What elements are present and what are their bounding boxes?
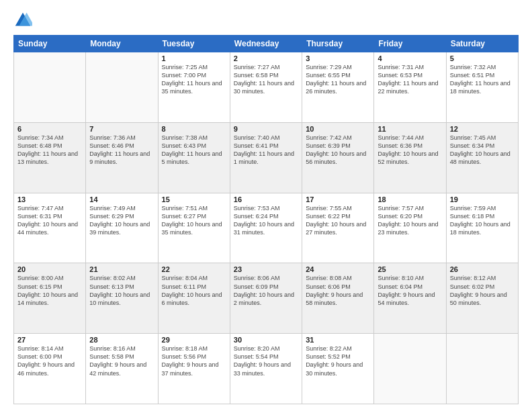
day-number: 29	[162, 336, 226, 344]
day-info: Sunrise: 7:34 AMSunset: 6:48 PMDaylight:…	[17, 134, 82, 167]
day-number: 5	[450, 54, 515, 62]
calendar-cell-1-4: 2Sunrise: 7:27 AMSunset: 6:58 PMDaylight…	[230, 52, 302, 123]
day-info: Sunrise: 8:18 AMSunset: 5:56 PMDaylight:…	[162, 345, 226, 377]
day-info: Sunrise: 7:36 AMSunset: 6:46 PMDaylight:…	[89, 134, 154, 167]
day-info: Sunrise: 7:45 AMSunset: 6:34 PMDaylight:…	[450, 134, 515, 167]
day-info: Sunrise: 8:22 AMSunset: 5:52 PMDaylight:…	[306, 345, 370, 377]
calendar-cell-4-2: 21Sunrise: 8:02 AMSunset: 6:13 PMDayligh…	[86, 263, 158, 334]
weekday-header-monday: Monday	[86, 36, 158, 52]
day-info: Sunrise: 7:59 AMSunset: 6:18 PMDaylight:…	[450, 204, 515, 237]
day-info: Sunrise: 7:25 AMSunset: 7:00 PMDaylight:…	[162, 63, 226, 96]
calendar-cell-4-5: 24Sunrise: 8:08 AMSunset: 6:06 PMDayligh…	[302, 263, 374, 334]
day-info: Sunrise: 7:51 AMSunset: 6:27 PMDaylight:…	[162, 204, 226, 237]
day-number: 17	[306, 195, 370, 203]
day-info: Sunrise: 8:12 AMSunset: 6:02 PMDaylight:…	[450, 274, 515, 307]
day-info: Sunrise: 8:14 AMSunset: 6:00 PMDaylight:…	[17, 345, 82, 377]
calendar-cell-4-1: 20Sunrise: 8:00 AMSunset: 6:15 PMDayligh…	[14, 263, 86, 334]
day-number: 21	[89, 265, 154, 273]
calendar-cell-5-3: 29Sunrise: 8:18 AMSunset: 5:56 PMDayligh…	[158, 334, 230, 404]
calendar-week-row-4: 20Sunrise: 8:00 AMSunset: 6:15 PMDayligh…	[14, 263, 519, 334]
calendar-week-row-1: 1Sunrise: 7:25 AMSunset: 7:00 PMDaylight…	[14, 52, 519, 123]
day-number: 25	[378, 265, 442, 273]
logo-icon	[13, 11, 32, 30]
calendar-cell-2-7: 12Sunrise: 7:45 AMSunset: 6:34 PMDayligh…	[446, 122, 518, 193]
day-number: 26	[450, 265, 515, 273]
day-info: Sunrise: 8:04 AMSunset: 6:11 PMDaylight:…	[162, 274, 226, 307]
day-number: 2	[234, 54, 298, 62]
calendar-cell-5-5: 31Sunrise: 8:22 AMSunset: 5:52 PMDayligh…	[302, 334, 374, 404]
day-info: Sunrise: 7:53 AMSunset: 6:24 PMDaylight:…	[234, 204, 298, 237]
day-number: 6	[17, 125, 82, 133]
day-number: 8	[162, 125, 226, 133]
calendar-cell-3-4: 16Sunrise: 7:53 AMSunset: 6:24 PMDayligh…	[230, 193, 302, 263]
day-info: Sunrise: 7:57 AMSunset: 6:20 PMDaylight:…	[378, 204, 442, 237]
calendar-cell-5-7	[446, 334, 518, 404]
calendar-cell-2-4: 9Sunrise: 7:40 AMSunset: 6:41 PMDaylight…	[230, 122, 302, 193]
calendar-cell-5-2: 28Sunrise: 8:16 AMSunset: 5:58 PMDayligh…	[86, 334, 158, 404]
calendar-cell-3-7: 19Sunrise: 7:59 AMSunset: 6:18 PMDayligh…	[446, 193, 518, 263]
day-info: Sunrise: 8:06 AMSunset: 6:09 PMDaylight:…	[234, 274, 298, 307]
day-number: 15	[162, 195, 226, 203]
day-info: Sunrise: 7:32 AMSunset: 6:51 PMDaylight:…	[450, 63, 515, 96]
day-info: Sunrise: 7:42 AMSunset: 6:39 PMDaylight:…	[306, 134, 370, 167]
calendar-cell-3-2: 14Sunrise: 7:49 AMSunset: 6:29 PMDayligh…	[86, 193, 158, 263]
calendar-cell-5-6	[374, 334, 446, 404]
day-number: 31	[306, 336, 370, 344]
calendar-cell-3-6: 18Sunrise: 7:57 AMSunset: 6:20 PMDayligh…	[374, 193, 446, 263]
weekday-header-friday: Friday	[374, 36, 446, 52]
day-number: 7	[89, 125, 154, 133]
calendar-cell-1-3: 1Sunrise: 7:25 AMSunset: 7:00 PMDaylight…	[158, 52, 230, 123]
weekday-header-tuesday: Tuesday	[158, 36, 230, 52]
day-number: 9	[234, 125, 298, 133]
calendar-cell-3-1: 13Sunrise: 7:47 AMSunset: 6:31 PMDayligh…	[14, 193, 86, 263]
day-info: Sunrise: 8:08 AMSunset: 6:06 PMDaylight:…	[306, 274, 370, 307]
calendar-cell-2-1: 6Sunrise: 7:34 AMSunset: 6:48 PMDaylight…	[14, 122, 86, 193]
weekday-header-thursday: Thursday	[302, 36, 374, 52]
weekday-header-saturday: Saturday	[446, 36, 518, 52]
calendar-cell-2-2: 7Sunrise: 7:36 AMSunset: 6:46 PMDaylight…	[86, 122, 158, 193]
calendar-cell-5-4: 30Sunrise: 8:20 AMSunset: 5:54 PMDayligh…	[230, 334, 302, 404]
day-info: Sunrise: 7:55 AMSunset: 6:22 PMDaylight:…	[306, 204, 370, 237]
day-number: 30	[234, 336, 298, 344]
day-info: Sunrise: 8:16 AMSunset: 5:58 PMDaylight:…	[89, 345, 154, 377]
day-number: 28	[89, 336, 154, 344]
calendar-week-row-5: 27Sunrise: 8:14 AMSunset: 6:00 PMDayligh…	[14, 334, 519, 404]
calendar-cell-1-5: 3Sunrise: 7:29 AMSunset: 6:55 PMDaylight…	[302, 52, 374, 123]
calendar-week-row-3: 13Sunrise: 7:47 AMSunset: 6:31 PMDayligh…	[14, 193, 519, 263]
day-info: Sunrise: 8:10 AMSunset: 6:04 PMDaylight:…	[378, 274, 442, 307]
day-info: Sunrise: 7:29 AMSunset: 6:55 PMDaylight:…	[306, 63, 370, 96]
calendar-cell-2-5: 10Sunrise: 7:42 AMSunset: 6:39 PMDayligh…	[302, 122, 374, 193]
day-number: 12	[450, 125, 515, 133]
day-info: Sunrise: 7:31 AMSunset: 6:53 PMDaylight:…	[378, 63, 442, 96]
day-number: 11	[378, 125, 442, 133]
calendar-cell-2-6: 11Sunrise: 7:44 AMSunset: 6:36 PMDayligh…	[374, 122, 446, 193]
day-number: 18	[378, 195, 442, 203]
day-number: 16	[234, 195, 298, 203]
day-number: 22	[162, 265, 226, 273]
calendar-cell-3-5: 17Sunrise: 7:55 AMSunset: 6:22 PMDayligh…	[302, 193, 374, 263]
day-info: Sunrise: 8:00 AMSunset: 6:15 PMDaylight:…	[17, 274, 82, 307]
weekday-header-row: SundayMondayTuesdayWednesdayThursdayFrid…	[14, 36, 519, 52]
calendar-cell-5-1: 27Sunrise: 8:14 AMSunset: 6:00 PMDayligh…	[14, 334, 86, 404]
day-number: 3	[306, 54, 370, 62]
day-number: 20	[17, 265, 82, 273]
day-number: 4	[378, 54, 442, 62]
day-number: 1	[162, 54, 226, 62]
calendar-cell-1-6: 4Sunrise: 7:31 AMSunset: 6:53 PMDaylight…	[374, 52, 446, 123]
weekday-header-wednesday: Wednesday	[230, 36, 302, 52]
calendar-cell-1-2	[86, 52, 158, 123]
day-info: Sunrise: 7:47 AMSunset: 6:31 PMDaylight:…	[17, 204, 82, 237]
day-number: 24	[306, 265, 370, 273]
calendar-cell-2-3: 8Sunrise: 7:38 AMSunset: 6:43 PMDaylight…	[158, 122, 230, 193]
logo	[13, 11, 34, 30]
calendar-week-row-2: 6Sunrise: 7:34 AMSunset: 6:48 PMDaylight…	[14, 122, 519, 193]
day-number: 13	[17, 195, 82, 203]
day-number: 19	[450, 195, 515, 203]
day-info: Sunrise: 7:40 AMSunset: 6:41 PMDaylight:…	[234, 134, 298, 167]
day-number: 23	[234, 265, 298, 273]
day-number: 10	[306, 125, 370, 133]
day-number: 27	[17, 336, 82, 344]
day-info: Sunrise: 8:20 AMSunset: 5:54 PMDaylight:…	[234, 345, 298, 377]
calendar-cell-4-4: 23Sunrise: 8:06 AMSunset: 6:09 PMDayligh…	[230, 263, 302, 334]
header	[13, 11, 519, 30]
